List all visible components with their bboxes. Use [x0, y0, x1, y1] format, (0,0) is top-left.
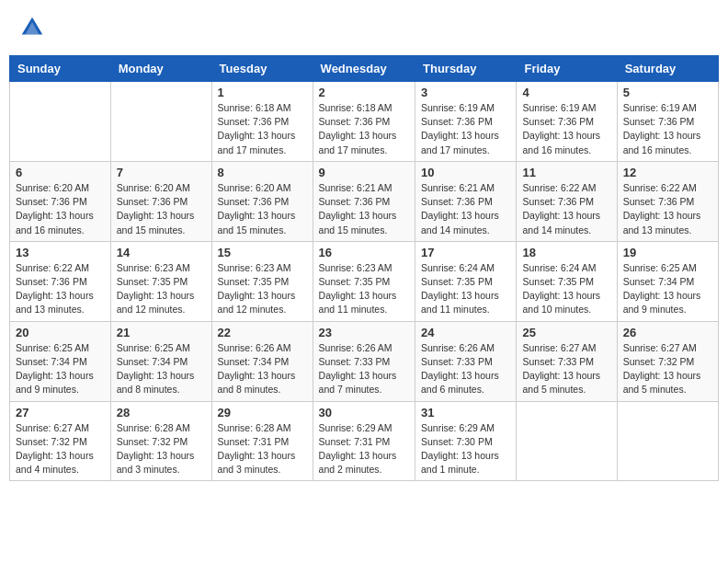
calendar-cell: 3Sunrise: 6:19 AMSunset: 7:36 PMDaylight… — [415, 82, 517, 162]
page-header — [9, 9, 719, 46]
day-number: 5 — [623, 86, 712, 99]
day-number: 4 — [522, 86, 610, 99]
day-number: 23 — [319, 326, 409, 339]
day-number: 12 — [623, 166, 712, 179]
day-number: 31 — [421, 406, 510, 419]
calendar-cell: 12Sunrise: 6:22 AMSunset: 7:36 PMDayligh… — [617, 161, 718, 241]
day-info: Sunrise: 6:22 AMSunset: 7:36 PMDaylight:… — [522, 181, 610, 237]
calendar-cell: 21Sunrise: 6:25 AMSunset: 7:34 PMDayligh… — [110, 321, 211, 401]
calendar-cell: 14Sunrise: 6:23 AMSunset: 7:35 PMDayligh… — [110, 241, 211, 321]
calendar-cell: 7Sunrise: 6:20 AMSunset: 7:36 PMDaylight… — [110, 161, 211, 241]
calendar-cell: 20Sunrise: 6:25 AMSunset: 7:34 PMDayligh… — [10, 321, 111, 401]
calendar-cell: 1Sunrise: 6:18 AMSunset: 7:36 PMDaylight… — [211, 82, 313, 162]
day-number: 22 — [218, 326, 307, 339]
calendar-cell: 4Sunrise: 6:19 AMSunset: 7:36 PMDaylight… — [517, 82, 617, 162]
day-number: 20 — [16, 326, 105, 339]
day-info: Sunrise: 6:20 AMSunset: 7:36 PMDaylight:… — [117, 181, 206, 237]
calendar-cell: 8Sunrise: 6:20 AMSunset: 7:36 PMDaylight… — [211, 161, 313, 241]
day-info: Sunrise: 6:19 AMSunset: 7:36 PMDaylight:… — [623, 101, 712, 157]
day-info: Sunrise: 6:28 AMSunset: 7:32 PMDaylight:… — [117, 421, 206, 477]
day-number: 21 — [117, 326, 206, 339]
day-number: 27 — [16, 406, 105, 419]
day-info: Sunrise: 6:22 AMSunset: 7:36 PMDaylight:… — [16, 261, 105, 317]
day-number: 26 — [623, 326, 712, 339]
calendar-cell: 31Sunrise: 6:29 AMSunset: 7:30 PMDayligh… — [415, 401, 517, 481]
calendar-cell: 26Sunrise: 6:27 AMSunset: 7:32 PMDayligh… — [617, 321, 718, 401]
day-number: 24 — [421, 326, 510, 339]
day-number: 28 — [117, 406, 206, 419]
calendar-week-row: 6Sunrise: 6:20 AMSunset: 7:36 PMDaylight… — [10, 161, 719, 241]
calendar-cell: 29Sunrise: 6:28 AMSunset: 7:31 PMDayligh… — [211, 401, 313, 481]
column-header-sunday: Sunday — [10, 56, 111, 82]
column-header-friday: Friday — [517, 56, 617, 82]
day-number: 19 — [623, 246, 712, 259]
calendar-cell: 11Sunrise: 6:22 AMSunset: 7:36 PMDayligh… — [517, 161, 617, 241]
calendar-cell: 13Sunrise: 6:22 AMSunset: 7:36 PMDayligh… — [10, 241, 111, 321]
day-info: Sunrise: 6:19 AMSunset: 7:36 PMDaylight:… — [421, 101, 510, 157]
calendar-cell — [110, 82, 211, 162]
logo — [18, 14, 48, 41]
calendar-week-row: 20Sunrise: 6:25 AMSunset: 7:34 PMDayligh… — [10, 321, 719, 401]
day-info: Sunrise: 6:23 AMSunset: 7:35 PMDaylight:… — [117, 261, 206, 317]
calendar-cell: 30Sunrise: 6:29 AMSunset: 7:31 PMDayligh… — [313, 401, 415, 481]
day-info: Sunrise: 6:27 AMSunset: 7:32 PMDaylight:… — [623, 341, 712, 397]
calendar-week-row: 13Sunrise: 6:22 AMSunset: 7:36 PMDayligh… — [10, 241, 719, 321]
day-number: 30 — [319, 406, 409, 419]
day-info: Sunrise: 6:29 AMSunset: 7:31 PMDaylight:… — [319, 421, 409, 477]
day-info: Sunrise: 6:27 AMSunset: 7:33 PMDaylight:… — [522, 341, 610, 397]
day-info: Sunrise: 6:24 AMSunset: 7:35 PMDaylight:… — [522, 261, 610, 317]
day-info: Sunrise: 6:26 AMSunset: 7:33 PMDaylight:… — [319, 341, 409, 397]
day-info: Sunrise: 6:28 AMSunset: 7:31 PMDaylight:… — [218, 421, 307, 477]
day-number: 29 — [218, 406, 307, 419]
calendar-cell: 22Sunrise: 6:26 AMSunset: 7:34 PMDayligh… — [211, 321, 313, 401]
calendar-cell — [517, 401, 617, 481]
day-info: Sunrise: 6:25 AMSunset: 7:34 PMDaylight:… — [623, 261, 712, 317]
day-info: Sunrise: 6:19 AMSunset: 7:36 PMDaylight:… — [522, 101, 610, 157]
day-info: Sunrise: 6:24 AMSunset: 7:35 PMDaylight:… — [421, 261, 510, 317]
calendar-cell: 24Sunrise: 6:26 AMSunset: 7:33 PMDayligh… — [415, 321, 517, 401]
day-info: Sunrise: 6:26 AMSunset: 7:34 PMDaylight:… — [218, 341, 307, 397]
calendar-cell: 19Sunrise: 6:25 AMSunset: 7:34 PMDayligh… — [617, 241, 718, 321]
day-number: 11 — [522, 166, 610, 179]
day-info: Sunrise: 6:18 AMSunset: 7:36 PMDaylight:… — [218, 101, 307, 157]
day-info: Sunrise: 6:21 AMSunset: 7:36 PMDaylight:… — [319, 181, 409, 237]
column-header-tuesday: Tuesday — [211, 56, 313, 82]
calendar-cell: 6Sunrise: 6:20 AMSunset: 7:36 PMDaylight… — [10, 161, 111, 241]
day-number: 14 — [117, 246, 206, 259]
calendar-cell: 18Sunrise: 6:24 AMSunset: 7:35 PMDayligh… — [517, 241, 617, 321]
day-info: Sunrise: 6:20 AMSunset: 7:36 PMDaylight:… — [218, 181, 307, 237]
day-number: 2 — [319, 86, 409, 99]
day-number: 13 — [16, 246, 105, 259]
day-number: 17 — [421, 246, 510, 259]
day-info: Sunrise: 6:23 AMSunset: 7:35 PMDaylight:… — [218, 261, 307, 317]
day-number: 25 — [522, 326, 610, 339]
calendar-cell: 28Sunrise: 6:28 AMSunset: 7:32 PMDayligh… — [110, 401, 211, 481]
day-info: Sunrise: 6:26 AMSunset: 7:33 PMDaylight:… — [421, 341, 510, 397]
day-number: 8 — [218, 166, 307, 179]
logo-icon — [18, 14, 46, 41]
calendar-cell: 23Sunrise: 6:26 AMSunset: 7:33 PMDayligh… — [313, 321, 415, 401]
calendar-cell: 5Sunrise: 6:19 AMSunset: 7:36 PMDaylight… — [617, 82, 718, 162]
day-number: 9 — [319, 166, 409, 179]
calendar-header-row: SundayMondayTuesdayWednesdayThursdayFrid… — [10, 56, 719, 82]
calendar-cell — [10, 82, 111, 162]
day-number: 10 — [421, 166, 510, 179]
calendar-cell: 15Sunrise: 6:23 AMSunset: 7:35 PMDayligh… — [211, 241, 313, 321]
calendar-week-row: 27Sunrise: 6:27 AMSunset: 7:32 PMDayligh… — [10, 401, 719, 481]
day-number: 16 — [319, 246, 409, 259]
day-number: 15 — [218, 246, 307, 259]
day-info: Sunrise: 6:29 AMSunset: 7:30 PMDaylight:… — [421, 421, 510, 477]
column-header-saturday: Saturday — [617, 56, 718, 82]
calendar-cell: 16Sunrise: 6:23 AMSunset: 7:35 PMDayligh… — [313, 241, 415, 321]
day-info: Sunrise: 6:23 AMSunset: 7:35 PMDaylight:… — [319, 261, 409, 317]
day-info: Sunrise: 6:18 AMSunset: 7:36 PMDaylight:… — [319, 101, 409, 157]
day-info: Sunrise: 6:22 AMSunset: 7:36 PMDaylight:… — [623, 181, 712, 237]
calendar-cell: 25Sunrise: 6:27 AMSunset: 7:33 PMDayligh… — [517, 321, 617, 401]
day-number: 18 — [522, 246, 610, 259]
day-info: Sunrise: 6:27 AMSunset: 7:32 PMDaylight:… — [16, 421, 105, 477]
column-header-monday: Monday — [110, 56, 211, 82]
day-number: 6 — [16, 166, 105, 179]
day-info: Sunrise: 6:25 AMSunset: 7:34 PMDaylight:… — [117, 341, 206, 397]
column-header-wednesday: Wednesday — [313, 56, 415, 82]
calendar-cell: 27Sunrise: 6:27 AMSunset: 7:32 PMDayligh… — [10, 401, 111, 481]
